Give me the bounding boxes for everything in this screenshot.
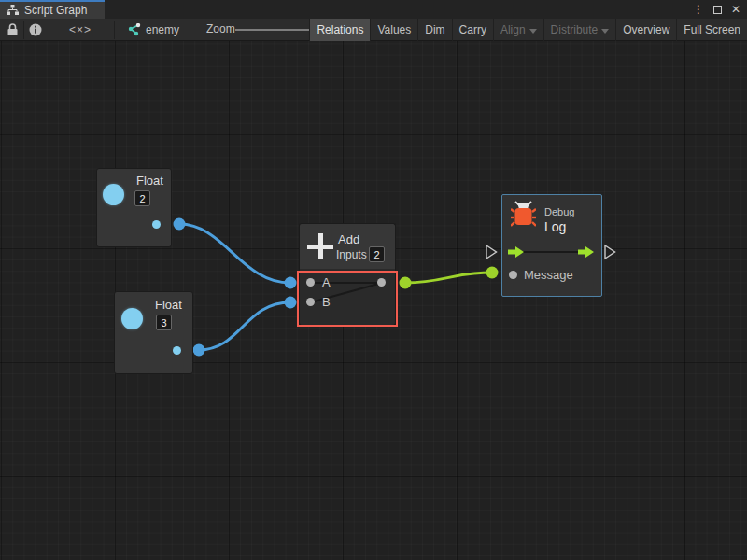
toolbar-separator <box>49 21 49 39</box>
wire-float2-to-add-b[interactable] <box>199 302 290 350</box>
wire-endpoint-dot[interactable] <box>400 277 412 289</box>
align-dropdown[interactable]: Align <box>493 19 543 41</box>
close-icon[interactable]: ✕ <box>728 2 743 17</box>
graph-tab-icon <box>7 5 19 16</box>
info-icon <box>29 23 42 36</box>
wire-add-to-debug-message[interactable] <box>405 273 492 283</box>
toolbar-buttons: Relations Values Dim Carry Align Distrib… <box>309 19 747 41</box>
node-title: Float <box>136 174 163 188</box>
wire-endpoint-dot[interactable] <box>285 277 297 289</box>
lock-icon <box>7 23 19 36</box>
menu-icon[interactable]: ⋮ <box>691 2 706 17</box>
full-screen-button[interactable]: Full Screen <box>676 19 747 41</box>
carry-button[interactable]: Carry <box>452 19 493 41</box>
wire-endpoint-dot[interactable] <box>285 297 297 309</box>
port-label-b: B <box>322 295 331 309</box>
port-label-a: A <box>322 275 331 289</box>
debug-log-node[interactable]: Debug Log Message <box>501 194 602 297</box>
title-bar: Script Graph ⋮ ✕ <box>0 0 747 19</box>
node-category: Debug <box>544 206 574 217</box>
graph-node-icon <box>127 23 141 36</box>
lock-button[interactable] <box>4 21 21 39</box>
info-button[interactable] <box>27 21 44 39</box>
float-value-field[interactable]: 2 <box>134 190 150 206</box>
window-controls: ⋮ ✕ <box>691 0 743 19</box>
add-input-port-a[interactable] <box>306 278 315 287</box>
chevron-down-icon <box>529 29 537 34</box>
bug-icon <box>511 201 536 229</box>
maximize-glyph <box>713 6 722 14</box>
node-title: Log <box>544 219 566 234</box>
tab-label: Script Graph <box>24 4 87 17</box>
dim-button[interactable]: Dim <box>417 19 451 41</box>
wire-endpoint-dot[interactable] <box>193 344 205 357</box>
add-input-port-b[interactable] <box>306 298 315 306</box>
flow-output-triangle[interactable] <box>605 245 615 259</box>
toolbar-separator <box>23 21 24 39</box>
node-title: Float <box>155 298 182 312</box>
add-node-body[interactable]: A B <box>299 269 396 326</box>
add-node-header[interactable]: Add Inputs 2 <box>299 223 396 269</box>
graph-breadcrumb[interactable]: enemy <box>127 21 179 39</box>
float-value-icon <box>103 184 124 205</box>
float-output-port[interactable] <box>152 220 161 229</box>
graph-name: enemy <box>146 23 179 36</box>
code-icon: <×> <box>69 23 92 36</box>
flow-input-arrow[interactable] <box>508 246 524 258</box>
flow-output-arrow[interactable] <box>578 246 594 258</box>
float-node-2[interactable]: Float 3 <box>114 291 193 374</box>
maximize-icon[interactable] <box>710 2 725 17</box>
flow-input-triangle[interactable] <box>486 245 497 259</box>
relations-button[interactable]: Relations <box>309 19 370 41</box>
float-output-port[interactable] <box>173 346 181 355</box>
float-node-1[interactable]: Float 2 <box>96 168 172 247</box>
message-input-port[interactable] <box>509 271 517 279</box>
float-value-field[interactable]: 3 <box>156 315 172 330</box>
message-port-label: Message <box>524 268 573 282</box>
float-value-icon <box>121 308 143 329</box>
wire-endpoint-dot[interactable] <box>486 267 499 279</box>
wire-endpoint-dot[interactable] <box>174 218 186 231</box>
distribute-dropdown[interactable]: Distribute <box>543 19 616 41</box>
zoom-label: Zoom <box>206 22 235 35</box>
code-view-button[interactable]: <×> <box>54 21 106 39</box>
overview-button[interactable]: Overview <box>615 19 676 41</box>
script-graph-window: Script Graph ⋮ ✕ <×> <box>0 0 747 560</box>
toolbar-separator <box>114 21 115 39</box>
inputs-label: Inputs <box>336 248 367 261</box>
add-icon <box>307 233 333 259</box>
wire-float1-to-add-a[interactable] <box>179 224 290 283</box>
graph-canvas[interactable]: Float 2 Float 3 Add Inputs 2 A B <box>0 41 747 560</box>
values-button[interactable]: Values <box>370 19 417 41</box>
inputs-count-field[interactable]: 2 <box>369 246 385 262</box>
node-title: Add <box>338 232 359 246</box>
tab-script-graph[interactable]: Script Graph <box>0 0 105 19</box>
add-output-port[interactable] <box>377 278 386 287</box>
zoom-slider-track[interactable] <box>235 29 317 31</box>
chevron-down-icon <box>601 29 609 34</box>
